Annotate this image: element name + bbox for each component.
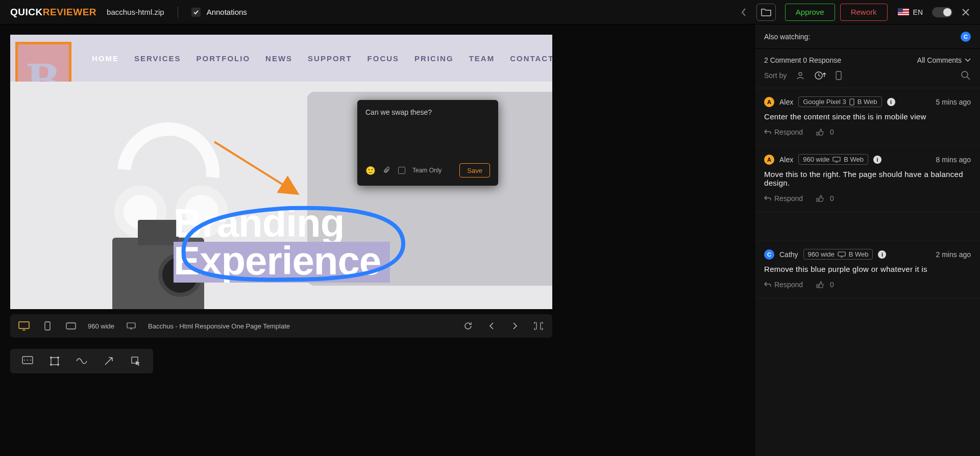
arrow-icon	[104, 356, 114, 366]
svg-point-10	[57, 364, 59, 366]
back-button[interactable]	[740, 7, 747, 17]
annotations-checkbox[interactable]	[191, 8, 201, 17]
svg-point-15	[962, 71, 968, 78]
nav-pricing[interactable]: PRICING	[414, 54, 454, 63]
search-icon	[961, 70, 971, 81]
comment-icon	[22, 356, 33, 366]
mobile-icon	[836, 71, 842, 80]
comment-time: 5 mins ago	[936, 98, 971, 106]
prev-button[interactable]	[485, 322, 498, 330]
page-title: Bacchus - Html Responsive One Page Templ…	[148, 322, 290, 330]
language-label[interactable]: EN	[913, 8, 923, 16]
like-button[interactable]	[816, 129, 824, 136]
like-button[interactable]	[816, 195, 824, 202]
emoji-button[interactable]: 🙂	[365, 166, 376, 175]
comment-item[interactable]: A Alex Google Pixel 3 B Web i 5 mins ago…	[755, 88, 980, 146]
like-count: 0	[830, 128, 834, 136]
info-icon[interactable]: i	[873, 156, 881, 164]
respond-button[interactable]: Respond	[764, 281, 803, 289]
comment-body: Remove this blue purple glow or whatever…	[764, 265, 971, 273]
dark-mode-toggle[interactable]	[932, 7, 952, 17]
svg-point-9	[50, 364, 52, 366]
team-only-checkbox[interactable]	[398, 167, 405, 174]
nav-support[interactable]: SUPPORT	[308, 54, 352, 63]
sort-time-button[interactable]	[814, 71, 826, 80]
refresh-button[interactable]	[461, 321, 475, 331]
watcher-avatar[interactable]: C	[961, 32, 971, 42]
preview-area: HOME SERVICES PORTFOLIO NEWS SUPPORT FOC…	[0, 24, 754, 456]
like-button[interactable]	[816, 281, 824, 289]
canvas[interactable]: HOME SERVICES PORTFOLIO NEWS SUPPORT FOC…	[10, 35, 552, 309]
comment-user: Cathy	[779, 250, 798, 259]
arrow-tool[interactable]	[99, 351, 119, 371]
info-icon[interactable]: i	[878, 250, 886, 259]
desktop-view-button[interactable]	[17, 321, 31, 331]
scan-icon	[533, 321, 544, 331]
freehand-tool[interactable]	[71, 351, 92, 371]
folder-button[interactable]	[756, 4, 776, 21]
svg-point-12	[799, 72, 802, 75]
next-button[interactable]	[508, 322, 522, 330]
mobile-view-button[interactable]	[41, 321, 54, 331]
monitor-icon	[832, 157, 841, 163]
chevron-right-icon	[512, 322, 518, 330]
like-count: 0	[830, 281, 834, 289]
reply-icon	[764, 129, 771, 135]
nav-services[interactable]: SERVICES	[134, 54, 181, 63]
comments-panel: Also watching: C 2 Comment 0 Response Al…	[754, 24, 980, 456]
thumbs-up-icon	[816, 195, 824, 202]
chevron-down-icon	[965, 58, 971, 62]
comment-item[interactable]: C Cathy 960 wide B Web i 2 mins ago Remo…	[755, 241, 980, 298]
svg-rect-2	[45, 322, 50, 330]
svg-point-8	[57, 357, 59, 359]
comment-input[interactable]	[365, 108, 490, 159]
svg-point-7	[50, 357, 52, 359]
approve-button[interactable]: Approve	[785, 4, 835, 21]
tablet-view-button[interactable]	[64, 322, 78, 330]
nav-home[interactable]: HOME	[92, 54, 119, 63]
attach-button[interactable]	[383, 166, 391, 174]
user-icon	[796, 71, 805, 80]
close-button[interactable]	[962, 8, 970, 16]
viewport-width-label: 960 wide	[88, 322, 114, 330]
mobile-icon	[849, 98, 854, 106]
annotations-label: Annotations	[207, 8, 247, 16]
watching-label: Also watching:	[764, 33, 810, 41]
comment-body: Move this to the right. The page should …	[764, 170, 971, 187]
respond-button[interactable]: Respond	[764, 194, 803, 202]
nav-team[interactable]: TEAM	[469, 54, 495, 63]
comment-user: Alex	[779, 156, 793, 164]
monitor-icon	[838, 251, 846, 258]
respond-button[interactable]: Respond	[764, 128, 803, 136]
sort-device-button[interactable]	[836, 71, 842, 80]
summary-row: 2 Comment 0 Response All Comments	[755, 49, 980, 66]
search-button[interactable]	[961, 70, 971, 81]
select-tool[interactable]	[126, 351, 146, 371]
refresh-icon	[463, 321, 473, 331]
nav-contact[interactable]: CONTACT	[510, 54, 552, 63]
svg-rect-3	[66, 323, 76, 329]
nav-focus[interactable]: FOCUS	[368, 54, 400, 63]
fullscreen-button[interactable]	[532, 321, 545, 331]
device-chip: 960 wide B Web	[798, 154, 868, 165]
comment-tool[interactable]	[17, 351, 38, 371]
chevron-left-icon	[740, 7, 747, 17]
hero-heading: Branding Experience	[174, 204, 390, 283]
comment-filter[interactable]: All Comments	[917, 56, 971, 64]
sort-label: Sort by	[764, 71, 787, 80]
info-icon[interactable]: i	[887, 98, 895, 106]
reply-icon	[764, 282, 771, 288]
rect-tool[interactable]	[44, 351, 65, 371]
nav-portfolio[interactable]: PORTFOLIO	[197, 54, 251, 63]
mobile-icon	[44, 321, 51, 331]
save-button[interactable]: Save	[459, 163, 490, 178]
svg-rect-4	[127, 323, 135, 328]
sort-user-button[interactable]	[796, 71, 805, 80]
folder-icon	[761, 8, 771, 16]
nav-news[interactable]: NEWS	[265, 54, 292, 63]
rework-button[interactable]: Rework	[840, 4, 888, 21]
svg-rect-17	[833, 157, 840, 161]
screen-icon-small	[125, 322, 138, 330]
comment-item[interactable]: A Alex 960 wide B Web i 8 mins ago Move …	[755, 146, 980, 212]
like-count: 0	[830, 194, 834, 202]
